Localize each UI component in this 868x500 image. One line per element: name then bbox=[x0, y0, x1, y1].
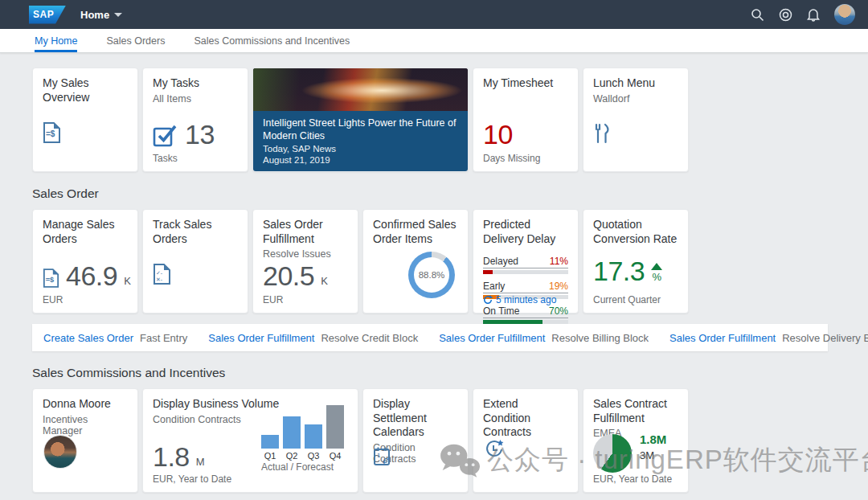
tile-news[interactable]: Intelligent Street Lights Power the Futu… bbox=[252, 68, 469, 172]
tab-sales-commissions[interactable]: Sales Commissions and Incentives bbox=[194, 29, 350, 52]
meal-utensils-icon bbox=[593, 123, 612, 144]
tile-confirmed-sales-order-items[interactable]: Confirmed Sales Order Items 88.8% bbox=[362, 209, 469, 314]
anchor-navigation-bar: My Home Sales Orders Sales Commissions a… bbox=[0, 29, 868, 53]
row-label: Early bbox=[483, 281, 505, 292]
row-bar bbox=[483, 320, 542, 324]
commissions-tile-row: Donna Moore Incentives Manager Display B… bbox=[32, 388, 836, 493]
link-sales-order-fulfillment-delivery[interactable]: Sales Order Fulfillment bbox=[669, 332, 776, 344]
link-sales-order-fulfillment-credit[interactable]: Sales Order Fulfillment bbox=[208, 332, 314, 344]
tile-quotation-conversion-rate[interactable]: Quotation Conversion Rate 17.3 % Current… bbox=[583, 209, 689, 314]
tile-title: Manage Sales Orders bbox=[43, 218, 128, 246]
launchpad-content: My Sales Overview =$ My Tasks All Items bbox=[0, 53, 868, 493]
section-heading-sales-order: Sales Order bbox=[32, 186, 836, 201]
row-value: 19% bbox=[549, 281, 568, 292]
link-desc: Fast Entry bbox=[140, 332, 187, 344]
business-volume-bar-chart: Q1 Q2 Q3 Q4 Actual / Forecast bbox=[261, 405, 346, 473]
refresh-icon bbox=[483, 295, 493, 305]
link-sales-order-fulfillment-billing[interactable]: Sales Order Fulfillment bbox=[439, 332, 545, 344]
news-source: Today, SAP News bbox=[263, 144, 458, 154]
home-menu-button[interactable]: Home bbox=[80, 9, 122, 21]
home-tile-row: My Sales Overview =$ My Tasks All Items bbox=[32, 68, 836, 172]
news-photo bbox=[253, 68, 468, 111]
tile-predicted-delivery-delay[interactable]: Predicted Delivery Delay Delayed 11% Ear… bbox=[473, 209, 579, 314]
tile-sales-contract-fulfillment[interactable]: Sales Contract Fulfillment EMEA 1.8M 3M … bbox=[583, 388, 689, 493]
tile-footer: Current Quarter bbox=[593, 294, 661, 305]
link-desc: Resolve Credit Block bbox=[321, 332, 418, 344]
tile-title: Predicted Delivery Delay bbox=[483, 218, 568, 246]
tile-title: My Timesheet bbox=[483, 76, 568, 91]
tile-display-settlement-calendars[interactable]: Display Settlement Calendars Condition C… bbox=[362, 388, 469, 493]
svg-text:=$: =$ bbox=[46, 276, 54, 284]
tile-subtitle: Walldorf bbox=[593, 93, 678, 105]
tile-footer: EUR, Year to Date bbox=[593, 473, 672, 485]
chevron-down-icon bbox=[114, 13, 122, 17]
shell-bar: SAP Home bbox=[0, 0, 868, 29]
pie-target-value: 3M bbox=[640, 449, 666, 461]
tile-title: Lunch Menu bbox=[593, 76, 678, 91]
tile-title: Extend Condition Contracts bbox=[483, 397, 568, 440]
link-create-sales-order[interactable]: Create Sales Order bbox=[43, 332, 133, 344]
radial-percent-label: 88.8% bbox=[419, 270, 445, 280]
section-heading-commissions: Sales Commissions and Incentives bbox=[32, 366, 836, 380]
kpi-value: 46.9 bbox=[66, 264, 117, 289]
tile-title: Track Sales Orders bbox=[153, 218, 238, 246]
link-group: Create Sales Order Fast Entry bbox=[43, 332, 187, 344]
tile-my-timesheet[interactable]: My Timesheet 10 Days Missing bbox=[473, 68, 579, 172]
tasks-count: 13 bbox=[185, 122, 215, 147]
link-group: Sales Order Fulfillment Resolve Delivery… bbox=[669, 332, 868, 344]
kpi-unit: % bbox=[652, 271, 661, 283]
news-headline: Intelligent Street Lights Power the Futu… bbox=[263, 117, 458, 143]
row-value: 70% bbox=[549, 305, 568, 317]
news-date: August 21, 2019 bbox=[263, 155, 458, 165]
tile-title: My Sales Overview bbox=[43, 76, 128, 105]
tile-track-sales-orders[interactable]: Track Sales Orders ✓- ✕- bbox=[142, 209, 248, 314]
trend-up-icon bbox=[651, 263, 662, 270]
kpi-scale: K bbox=[124, 275, 131, 289]
tile-footer: EUR bbox=[43, 294, 63, 305]
row-label: On Time bbox=[483, 305, 519, 317]
news-overlay: Intelligent Street Lights Power the Futu… bbox=[253, 111, 468, 172]
tile-title: Sales Order Fulfillment bbox=[263, 218, 348, 246]
copilot-icon[interactable] bbox=[778, 7, 792, 22]
kpi-value: 20.5 bbox=[263, 264, 314, 289]
shell-title-label: Home bbox=[80, 9, 109, 21]
notifications-bell-icon[interactable] bbox=[806, 7, 821, 22]
tile-display-business-volume[interactable]: Display Business Volume Condition Contra… bbox=[142, 388, 358, 493]
tile-title: Display Settlement Calendars bbox=[373, 397, 458, 440]
svg-text:✓-: ✓- bbox=[156, 270, 163, 276]
bar-q3 bbox=[305, 424, 322, 449]
tile-title: Quotation Conversion Rate bbox=[593, 218, 678, 246]
tile-footer: Days Missing bbox=[483, 153, 540, 164]
tab-sales-orders[interactable]: Sales Orders bbox=[106, 29, 165, 52]
tile-title: Sales Contract Fulfillment bbox=[593, 397, 678, 425]
link-desc: Resolve Delivery Block bbox=[782, 332, 868, 344]
tile-subtitle: Resolve Issues bbox=[263, 248, 348, 260]
tile-my-sales-overview[interactable]: My Sales Overview =$ bbox=[32, 68, 138, 172]
refresh-status[interactable]: 5 minutes ago bbox=[483, 294, 556, 305]
kpi-scale: M bbox=[196, 456, 205, 469]
tile-sales-order-fulfillment[interactable]: Sales Order Fulfillment Resolve Issues 2… bbox=[252, 209, 358, 314]
tile-extend-condition-contracts[interactable]: Extend Condition Contracts bbox=[473, 388, 579, 493]
tile-title: Donna Moore bbox=[43, 397, 128, 412]
tile-subtitle: Incentives Manager bbox=[43, 414, 128, 436]
search-icon[interactable] bbox=[750, 7, 764, 22]
comparison-row-delayed: Delayed 11% bbox=[483, 256, 568, 274]
tile-title: Confirmed Sales Order Items bbox=[373, 218, 458, 246]
tile-my-tasks[interactable]: My Tasks All Items 13 Tasks bbox=[142, 68, 248, 172]
sap-logo: SAP bbox=[29, 6, 66, 24]
bar-chart-labels: Q1 Q2 Q3 Q4 bbox=[261, 451, 346, 461]
tile-footer: EUR, Year to Date bbox=[153, 473, 231, 485]
user-avatar[interactable] bbox=[834, 4, 855, 25]
sales-document-icon: =$ bbox=[43, 121, 61, 144]
tab-my-home[interactable]: My Home bbox=[35, 29, 77, 52]
tile-manage-sales-orders[interactable]: Manage Sales Orders =$ 46.9 K EUR bbox=[32, 209, 138, 314]
bar-q2 bbox=[283, 416, 301, 449]
bar-chart-caption: Actual / Forecast bbox=[261, 461, 346, 473]
tile-lunch-menu[interactable]: Lunch Menu Walldorf bbox=[583, 68, 689, 172]
bar-q4 bbox=[326, 405, 344, 449]
pie-actual-value: 1.8M bbox=[640, 432, 666, 446]
link-group: Sales Order Fulfillment Resolve Billing … bbox=[439, 332, 649, 344]
sales-document-icon: =$ bbox=[43, 268, 59, 289]
tile-donna-moore[interactable]: Donna Moore Incentives Manager bbox=[32, 388, 138, 493]
quick-links-band: Create Sales Order Fast Entry Sales Orde… bbox=[32, 324, 828, 351]
